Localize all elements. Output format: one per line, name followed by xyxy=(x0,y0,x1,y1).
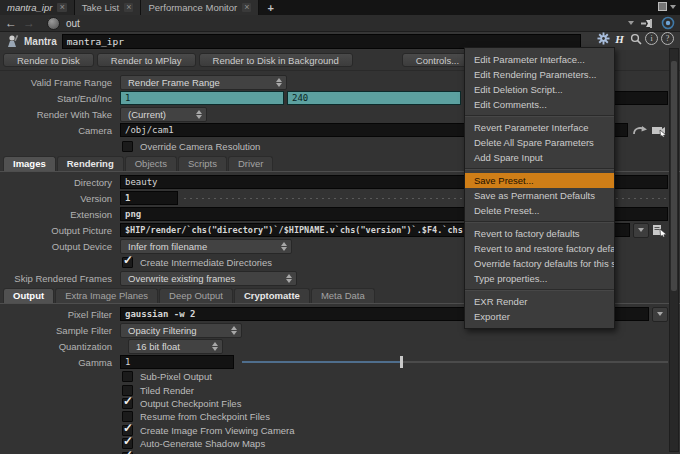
network-node-icon xyxy=(47,17,60,30)
menu-separator xyxy=(465,168,614,170)
gamma-slider[interactable] xyxy=(242,356,668,368)
dropdown-value: Overwrite existing frames xyxy=(128,273,235,284)
checkbox-label: Create Intermediate Directories xyxy=(140,257,272,268)
menu-item-edit-comments[interactable]: Edit Comments... xyxy=(465,97,614,112)
version-field[interactable]: 1 xyxy=(120,191,178,205)
pixel-filter-presets-caret[interactable] xyxy=(652,307,668,322)
param-auto-environment-maps: ✓ Auto-Generate Environment Maps xyxy=(0,450,680,454)
checkbox-label: Auto-Generate Shadow Maps xyxy=(140,438,265,449)
end-frame-field[interactable]: 240 xyxy=(287,91,461,105)
pin-icon[interactable] xyxy=(641,18,654,29)
check-icon: ✓ xyxy=(123,394,133,408)
houdini-badge-icon[interactable]: H xyxy=(613,32,626,45)
pane-maximize-icon[interactable] xyxy=(658,2,667,11)
valid-frame-range-dropdown[interactable]: Render Frame Range xyxy=(120,75,287,90)
param-label: Sample Filter xyxy=(0,325,120,336)
network-path[interactable]: out xyxy=(66,18,80,29)
back-arrow-icon[interactable]: ← xyxy=(5,17,17,29)
menu-item-save-preset[interactable]: Save Preset... xyxy=(465,173,614,188)
file-chooser-icon[interactable] xyxy=(652,224,668,237)
slider-handle-icon[interactable] xyxy=(400,356,403,368)
close-icon[interactable]: × xyxy=(242,3,251,12)
pane-tab-take-list[interactable]: Take List × xyxy=(75,0,142,15)
sub-pixel-output-checkbox[interactable]: ✓ xyxy=(122,371,133,382)
tab-rendering[interactable]: Rendering xyxy=(57,156,124,171)
menu-item-revert-parameter-interface[interactable]: Revert Parameter Interface xyxy=(465,120,614,135)
forward-arrow-icon[interactable]: → xyxy=(23,17,35,29)
tab-images[interactable]: Images xyxy=(3,156,56,171)
link-target-icon[interactable] xyxy=(661,16,675,30)
scrollbar-thumb[interactable] xyxy=(671,61,677,291)
tab-objects[interactable]: Objects xyxy=(125,156,177,171)
tab-scripts[interactable]: Scripts xyxy=(178,156,227,171)
tab-meta-data[interactable]: Meta Data xyxy=(311,288,375,303)
param-label: Pixel Filter xyxy=(0,309,120,320)
search-icon[interactable] xyxy=(629,32,642,45)
new-tab-button[interactable]: + xyxy=(259,0,281,15)
param-gamma: Gamma 1 xyxy=(0,354,680,370)
param-label: Output Device xyxy=(0,241,120,252)
help-icon[interactable]: ? xyxy=(661,32,674,45)
gamma-field[interactable]: 1 xyxy=(120,355,234,369)
menu-item-delete-all-spare-parameters[interactable]: Delete All Spare Parameters xyxy=(465,135,614,150)
param-resume-checkpoint: ✓ Resume from Checkpoint Files xyxy=(0,410,680,423)
render-background-button[interactable]: Render to Disk in Background xyxy=(199,53,353,67)
quantization-dropdown[interactable]: 16 bit float xyxy=(128,339,223,354)
tab-cryptomatte[interactable]: Cryptomatte xyxy=(234,288,310,303)
check-icon: ✓ xyxy=(123,434,133,448)
revert-arrow-icon[interactable] xyxy=(632,124,648,137)
scrollbar[interactable] xyxy=(669,48,679,452)
render-to-disk-button[interactable]: Render to Disk xyxy=(3,53,94,67)
tab-deep-output[interactable]: Deep Output xyxy=(159,288,233,303)
param-tiled-render: ✓ Tiled Render xyxy=(0,383,680,396)
override-camera-resolution-checkbox[interactable]: ✓ xyxy=(122,141,133,152)
pane-tab-performance-monitor[interactable]: Performance Monitor × xyxy=(141,0,259,15)
checkbox-label: Sub-Pixel Output xyxy=(140,371,212,382)
menu-item-revert-restore-factory-defaults[interactable]: Revert to and restore factory defaults xyxy=(465,241,614,256)
menu-item-exporter[interactable]: Exporter xyxy=(465,309,614,324)
check-icon: ✓ xyxy=(123,448,133,454)
checkbox-label: Resume from Checkpoint Files xyxy=(140,411,270,422)
info-icon[interactable]: i xyxy=(645,32,658,45)
param-sub-pixel-output: ✓ Sub-Pixel Output xyxy=(0,370,680,383)
close-icon[interactable]: × xyxy=(124,3,133,12)
spinner-icon xyxy=(276,78,282,87)
menu-item-edit-deletion-script[interactable]: Edit Deletion Script... xyxy=(465,82,614,97)
select-camera-icon[interactable] xyxy=(651,124,668,137)
menu-item-delete-preset[interactable]: Delete Preset... xyxy=(465,203,614,218)
param-label: Gamma xyxy=(0,357,120,368)
menu-item-exr-render[interactable]: EXR Render xyxy=(465,294,614,309)
tab-driver[interactable]: Driver xyxy=(228,156,273,171)
start-frame-field[interactable]: 1 xyxy=(120,91,284,105)
spinner-icon xyxy=(212,342,218,351)
menu-item-override-factory-defaults[interactable]: Override factory defaults for this sessi… xyxy=(465,256,614,271)
param-label: Directory xyxy=(0,177,120,188)
tab-extra-image-planes[interactable]: Extra Image Planes xyxy=(55,288,158,303)
render-with-take-dropdown[interactable]: (Current) xyxy=(120,107,207,122)
param-label: Extension xyxy=(0,209,120,220)
menu-item-edit-parameter-interface[interactable]: Edit Parameter Interface... xyxy=(465,52,614,67)
menu-item-edit-rendering-parameters[interactable]: Edit Rendering Parameters... xyxy=(465,67,614,82)
menu-item-type-properties[interactable]: Type properties... xyxy=(465,271,614,286)
controls-button[interactable]: Controls... xyxy=(402,53,473,67)
output-device-dropdown[interactable]: Infer from filename xyxy=(120,239,292,254)
path-history-caret-icon[interactable] xyxy=(628,21,634,25)
pane-tab-label: mantra_ipr xyxy=(7,2,52,13)
tab-output[interactable]: Output xyxy=(3,288,54,303)
checkbox-label: Tiled Render xyxy=(140,385,194,396)
output-checkpoint-checkbox[interactable]: ✓ xyxy=(122,398,133,409)
menu-item-save-permanent-defaults[interactable]: Save as Permanent Defaults xyxy=(465,188,614,203)
dropdown-value: Render Frame Range xyxy=(128,77,220,88)
pane-tab-mantra-ipr[interactable]: mantra_ipr × xyxy=(0,0,75,15)
close-icon[interactable]: × xyxy=(57,3,66,12)
create-intermediate-checkbox[interactable]: ✓ xyxy=(122,257,133,268)
menu-item-revert-factory-defaults[interactable]: Revert to factory defaults xyxy=(465,226,614,241)
output-picture-presets-caret[interactable] xyxy=(633,223,649,238)
gear-icon[interactable] xyxy=(597,32,610,45)
sample-filter-dropdown[interactable]: Opacity Filtering xyxy=(120,323,242,338)
check-icon: ✓ xyxy=(123,253,133,267)
pane-menu-caret-icon[interactable] xyxy=(670,5,676,9)
render-to-mplay-button[interactable]: Render to MPlay xyxy=(97,53,196,67)
skip-rendered-dropdown[interactable]: Overwrite existing frames xyxy=(120,271,297,286)
menu-item-add-spare-input[interactable]: Add Spare Input xyxy=(465,150,614,165)
